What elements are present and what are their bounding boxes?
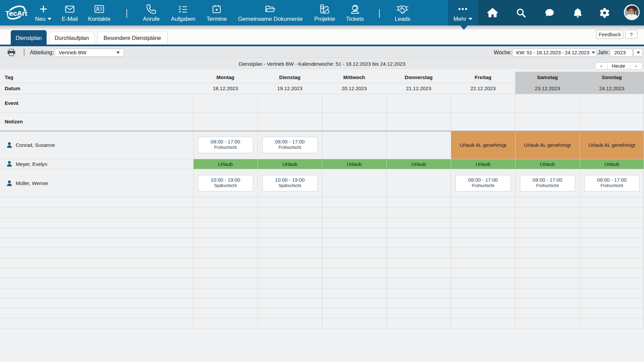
svg-text:TecArt: TecArt: [5, 9, 27, 17]
svg-text:®: ®: [24, 9, 26, 12]
